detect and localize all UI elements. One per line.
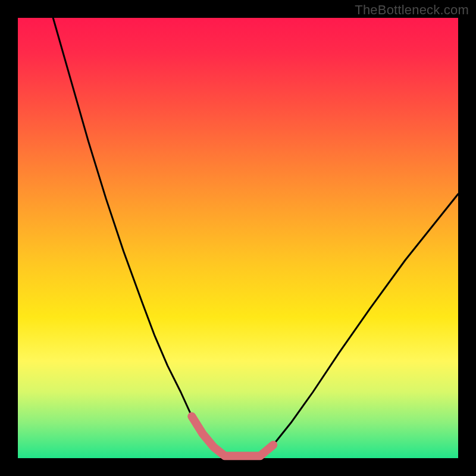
black-curve-path <box>53 18 458 456</box>
curve-svg <box>18 18 458 458</box>
pink-highlight-path <box>192 416 273 456</box>
watermark-text: TheBottleneck.com <box>355 2 469 18</box>
chart-frame: TheBottleneck.com <box>0 0 476 476</box>
plot-area <box>18 18 458 458</box>
